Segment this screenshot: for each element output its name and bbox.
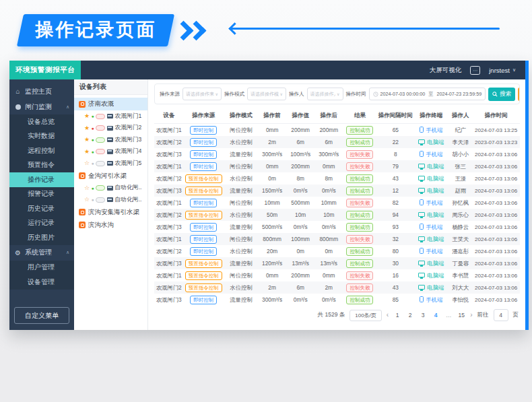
status-pill [96, 125, 105, 131]
cell-terminal: 手机端 [413, 221, 448, 233]
next-page-button[interactable]: › [470, 312, 472, 319]
cell-interval: 43 [377, 281, 413, 294]
cell-value: 0m³/s [286, 185, 314, 197]
cell-before: 0mm [259, 269, 286, 281]
result-badge: 控制失败 [346, 271, 373, 280]
sidebar-item-0[interactable]: ⌂监控主页 [9, 83, 74, 99]
cell-time: 2024-07-03 13:06 [472, 221, 520, 233]
cell-device: 农溉闸门1 [154, 124, 183, 137]
big-screen-link[interactable]: 大屏可视化 [430, 66, 462, 75]
cell-terminal: 电脑端 [413, 185, 448, 197]
tree-device[interactable]: ★●农溉闸门4 [74, 146, 147, 158]
star-icon[interactable]: ★ [84, 113, 90, 119]
time-separator: 至 [428, 91, 433, 98]
export-button[interactable]: 导出 [518, 88, 520, 101]
table-row: 农溉闸门1即时控制闸位控制800mm100mm800mm控制失败32电脑端王笑天… [154, 233, 520, 245]
page-ellipsis[interactable]: … [444, 312, 453, 319]
star-icon[interactable]: ☆ [84, 197, 90, 203]
page-number[interactable]: 2 [406, 312, 414, 319]
sidebar-subitem-1-7[interactable]: 运行记录 [9, 216, 74, 231]
source-badge: 预置指令控制 [185, 187, 222, 195]
page-title: 操作记录页面 [35, 18, 156, 42]
custom-menu-button[interactable]: 自定义菜单 [14, 307, 69, 324]
sidebar-item-1[interactable]: 闸门监测∧ [9, 99, 74, 114]
arrow-left-decoration [230, 28, 500, 30]
table-row: 农溉闸门2预置指令控制水位控制2m6m2m控制失败43电脑端刘大大2024-07… [154, 281, 520, 294]
tree-group[interactable]: 济南农溉 [74, 98, 147, 110]
tree-device[interactable]: ★●农溉闸门1 [74, 110, 147, 123]
tree-group[interactable]: 滨沟水沟 [74, 219, 147, 232]
monitor-icon [418, 285, 425, 290]
cell-time: 2024-07-03 13:06 [472, 172, 520, 185]
cell-device: 农溉闸门1 [154, 269, 183, 281]
cell-after: 0mm [315, 160, 343, 172]
goto-page-input[interactable] [494, 309, 508, 321]
cell-after: 10m [315, 209, 343, 221]
cell-before: 300m³/s [259, 294, 286, 306]
cell-device: 农溉闸门2 [154, 172, 183, 185]
user-menu[interactable]: jnrstest ∨ [489, 67, 516, 74]
tree-device[interactable]: ★●农溉闸门3 [74, 134, 147, 146]
search-button[interactable]: 搜索 [488, 88, 515, 101]
sidebar-subitem-2-0[interactable]: 用户管理 [9, 261, 74, 275]
cell-time: 2024-07-03 13:06 [472, 148, 520, 160]
cell-interval: 93 [377, 221, 413, 233]
message-icon[interactable]: ⋯ [470, 66, 480, 75]
sidebar-subitem-1-2[interactable]: 远程控制 [9, 143, 74, 158]
page-number[interactable]: 4 [432, 312, 440, 319]
star-icon[interactable]: ★ [84, 125, 90, 131]
star-icon[interactable]: ☆ [84, 160, 90, 166]
sidebar-subitem-1-3[interactable]: 预置指令 [9, 158, 74, 173]
cell-device: 农溉闸门1 [154, 160, 183, 172]
star-icon[interactable]: ★ [84, 137, 90, 143]
sidebar-subitem-1-4[interactable]: 操作记录 [9, 172, 74, 187]
tree-device[interactable]: ★●农溉闸门2 [74, 123, 147, 135]
filter-time-range[interactable]: 2024-07-03 00:00:00 至 2024-07-23 23:59:5… [369, 88, 486, 100]
cell-value: 0m³/s [286, 221, 314, 233]
sidebar-item-2[interactable]: ⚙系统管理∧ [9, 245, 74, 261]
tree-device[interactable]: ☆●农溉闸门5 [74, 158, 147, 170]
sidebar-subitem-1-0[interactable]: 设备总览 [9, 114, 74, 129]
sidebar: ⌂监控主页闸门监测∧设备总览实时数据远程控制预置指令操作记录报警记录历史记录运行… [9, 79, 74, 330]
cell-device: 农溉闸门2 [154, 136, 183, 148]
cell-interval: 82 [377, 197, 413, 209]
result-badge: 控制成功 [346, 174, 373, 183]
app-header: 环境预警测报平台 大屏可视化 ⋯ jnrstest ∨ [9, 61, 525, 79]
filter-operator-label: 操作人 [289, 91, 304, 98]
sidebar-subitem-2-1[interactable]: 设备管理 [9, 275, 74, 290]
tree-device[interactable]: ☆●自动化闸.. [74, 194, 147, 206]
tree-group[interactable]: 滨沟安集海引水渠 [74, 206, 147, 219]
star-icon[interactable]: ☆ [84, 185, 90, 191]
cell-time: 2024-07-03 13:06 [472, 281, 520, 294]
filter-source-select[interactable]: 请选择操作来源 ∨ [182, 88, 222, 100]
filter-operator-select[interactable]: 请选择操作人 ∨ [307, 88, 343, 100]
source-badge: 即时控制 [190, 223, 217, 232]
cell-result: 控制成功 [343, 185, 378, 197]
cell-before: 10mm [259, 197, 286, 209]
result-badge: 控制成功 [346, 126, 373, 135]
tree-group[interactable]: 金沟河引水渠 [74, 170, 147, 182]
sidebar-subitem-1-1[interactable]: 实时数据 [9, 129, 74, 144]
tree-device[interactable]: ☆●自动化闸.. [74, 182, 147, 195]
cell-value: 100mm [286, 233, 314, 245]
cell-terminal: 手机端 [413, 197, 448, 209]
status-dot-icon: ● [92, 197, 94, 202]
sidebar-subitem-1-6[interactable]: 历史记录 [9, 201, 74, 216]
page-number[interactable]: 1 [393, 312, 401, 319]
page-size-select[interactable]: 100条/页 [350, 310, 382, 321]
prev-page-button[interactable]: ‹ [387, 312, 389, 319]
app-window: 环境预警测报平台 大屏可视化 ⋯ jnrstest ∨ ⌂监控主页闸门监测∧设备… [9, 61, 529, 330]
sidebar-subitem-1-5[interactable]: 报警记录 [9, 187, 74, 202]
page-number[interactable]: 3 [419, 312, 427, 319]
star-icon[interactable]: ★ [84, 149, 90, 155]
chevron-right-icon [187, 20, 207, 40]
cell-interval: 94 [377, 209, 413, 221]
cell-after: 0m³/s [315, 294, 343, 306]
filter-mode-select[interactable]: 请选择操作模式 ∨ [247, 88, 286, 100]
table-row: 农溉闸门2即时控制水位控制20m0m0m控制成功80手机端潘嘉彤2024-07-… [154, 245, 520, 257]
cell-after: 0m³/s [315, 221, 343, 233]
filter-bar: 操作来源 请选择操作来源 ∨ 操作模式 请选择操作模式 ∨ 操作人 请选择操作人… [154, 83, 520, 104]
cell-time: 2024-07-03 13:06 [472, 294, 520, 306]
page-number[interactable]: 15 [457, 312, 465, 319]
sidebar-subitem-1-8[interactable]: 历史图片 [9, 230, 74, 245]
